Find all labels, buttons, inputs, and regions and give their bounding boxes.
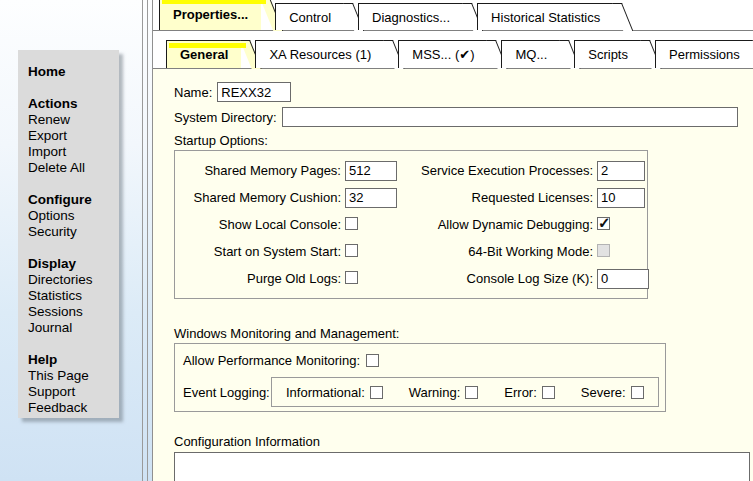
allow-performance-monitoring-checkbox[interactable] — [366, 354, 379, 367]
sidebar-item-feedback[interactable]: Feedback — [28, 400, 115, 416]
requested-licenses-label: Requested Licenses: — [405, 190, 593, 205]
startup-options-groupbox: Shared Memory Pages: Service Execution P… — [174, 150, 648, 299]
sidebar-group-actions: Actions Renew Export Import Delete All — [28, 96, 115, 176]
tab-mss[interactable]: MSS... (✔) — [398, 40, 487, 68]
sidebar-item-home[interactable]: Home — [28, 64, 115, 80]
tab-mq-label: MQ... — [515, 47, 547, 62]
main-panel: Properties... Control Diagnostics... His… — [152, 0, 753, 481]
tab-xa-resources[interactable]: XA Resources (1) — [255, 40, 384, 68]
sidebar-item-options[interactable]: Options — [28, 208, 115, 224]
error-label: Error: — [504, 385, 537, 400]
sidebar-heading-configure: Configure — [28, 192, 115, 208]
tab-scripts-label: Scripts — [588, 47, 628, 62]
service-execution-processes-label: Service Execution Processes: — [405, 163, 593, 178]
sidebar-item-import[interactable]: Import — [28, 144, 115, 160]
primary-tab-bar: Properties... Control Diagnostics... His… — [153, 0, 753, 31]
sidebar-group-help: Help This Page Support Feedback — [28, 352, 115, 416]
sidebar-item-sessions[interactable]: Sessions — [28, 304, 115, 320]
sidebar-item-support[interactable]: Support — [28, 384, 115, 400]
sidebar-item-delete-all[interactable]: Delete All — [28, 160, 115, 176]
tab-scripts[interactable]: Scripts — [574, 40, 641, 68]
sidebar-item-journal[interactable]: Journal — [28, 320, 115, 336]
startup-options-label: Startup Options: — [174, 133, 753, 148]
severe-checkbox[interactable] — [631, 386, 644, 399]
tab-properties[interactable]: Properties... — [159, 0, 261, 30]
warning-label: Warning: — [409, 385, 461, 400]
tab-diagnostics[interactable]: Diagnostics... — [358, 3, 463, 30]
shared-memory-cushion-input[interactable] — [345, 188, 397, 208]
sidebar-item-directories[interactable]: Directories — [28, 272, 115, 288]
service-execution-processes-input[interactable] — [597, 161, 645, 181]
sidebar-item-statistics[interactable]: Statistics — [28, 288, 115, 304]
sidebar-heading-actions: Actions — [28, 96, 115, 112]
tab-diagnostics-label: Diagnostics... — [372, 10, 450, 25]
allow-dynamic-debugging-checkbox[interactable] — [597, 217, 610, 230]
secondary-tab-bar: General XA Resources (1) MSS... (✔) MQ..… — [153, 31, 753, 69]
tab-xa-resources-label: XA Resources (1) — [269, 47, 371, 62]
sidebar-group-configure: Configure Options Security — [28, 192, 115, 240]
shared-memory-pages-input[interactable] — [345, 161, 397, 181]
tab-historical-statistics[interactable]: Historical Statistics — [477, 3, 613, 30]
sidebar-item-export[interactable]: Export — [28, 128, 115, 144]
tab-historical-statistics-label: Historical Statistics — [491, 10, 600, 25]
purge-old-logs-checkbox[interactable] — [345, 271, 358, 284]
tab-general[interactable]: General — [166, 40, 241, 68]
shared-memory-cushion-label: Shared Memory Cushion: — [175, 190, 341, 205]
name-label: Name: — [174, 85, 212, 100]
general-tab-content: Name: System Directory: Startup Options:… — [153, 69, 753, 481]
tab-control[interactable]: Control — [275, 3, 344, 30]
64-bit-working-mode-label: 64-Bit Working Mode: — [405, 244, 593, 259]
start-on-system-start-label: Start on System Start: — [175, 244, 341, 259]
sidebar-heading-display: Display — [28, 256, 115, 272]
purge-old-logs-label: Purge Old Logs: — [175, 271, 341, 286]
warning-checkbox[interactable] — [465, 386, 478, 399]
windows-monitoring-groupbox: Allow Performance Monitoring: Event Logg… — [174, 343, 666, 412]
sidebar-item-security[interactable]: Security — [28, 224, 115, 240]
tab-control-label: Control — [289, 10, 331, 25]
sidebar-heading-help: Help — [28, 352, 115, 368]
gutter-rule-left — [142, 0, 143, 481]
windows-monitoring-section-label: Windows Monitoring and Management: — [174, 326, 753, 341]
system-directory-label: System Directory: — [174, 110, 277, 125]
severe-label: Severe: — [581, 385, 626, 400]
sidebar: Home Actions Renew Export Import Delete … — [18, 50, 119, 418]
console-log-size-label: Console Log Size (K): — [405, 271, 593, 286]
name-input[interactable] — [217, 82, 291, 102]
informational-checkbox[interactable] — [370, 386, 383, 399]
error-checkbox[interactable] — [542, 386, 555, 399]
configuration-information-label: Configuration Information — [174, 434, 753, 449]
requested-licenses-input[interactable] — [597, 188, 645, 208]
tab-mq[interactable]: MQ... — [501, 40, 560, 68]
start-on-system-start-checkbox[interactable] — [345, 244, 358, 257]
console-log-size-input[interactable] — [597, 269, 649, 289]
system-directory-input[interactable] — [282, 107, 738, 127]
show-local-console-label: Show Local Console: — [175, 217, 341, 232]
allow-performance-monitoring-label: Allow Performance Monitoring: — [183, 353, 360, 368]
gutter-rule-right — [147, 0, 148, 481]
admin-console-screen: Home Actions Renew Export Import Delete … — [0, 0, 753, 481]
sidebar-group-display: Display Directories Statistics Sessions … — [28, 256, 115, 336]
sidebar-item-renew[interactable]: Renew — [28, 112, 115, 128]
informational-label: Informational: — [286, 385, 365, 400]
tab-mss-label: MSS... (✔) — [412, 47, 474, 62]
64-bit-working-mode-checkbox — [597, 244, 610, 257]
show-local-console-checkbox[interactable] — [345, 217, 358, 230]
configuration-information-textarea[interactable]: ES-Environment] MFTRACE_CONFIG=C:\Users\… — [174, 452, 750, 481]
tab-properties-label: Properties... — [173, 7, 248, 22]
tab-permissions[interactable]: Permissions — [655, 40, 753, 68]
event-logging-label: Event Logging: — [183, 385, 271, 400]
tab-permissions-label: Permissions — [669, 47, 740, 62]
tab-general-label: General — [180, 47, 228, 62]
sidebar-item-this-page[interactable]: This Page — [28, 368, 115, 384]
event-logging-groupbox: Informational: Warning: Error: Seve — [271, 377, 659, 407]
allow-dynamic-debugging-label: Allow Dynamic Debugging: — [405, 217, 593, 232]
shared-memory-pages-label: Shared Memory Pages: — [175, 163, 341, 178]
